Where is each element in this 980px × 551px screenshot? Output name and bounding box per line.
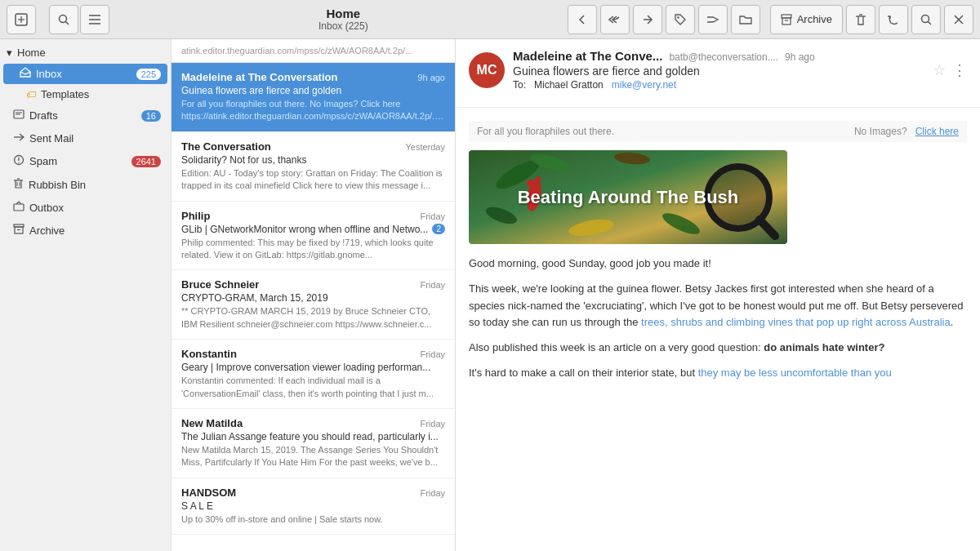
body-bold-1: do animals hate winter? — [764, 341, 884, 353]
archive-label: Archive — [797, 13, 832, 25]
templates-label: Templates — [41, 88, 89, 100]
email-time-3: Friday — [420, 280, 445, 290]
move-button[interactable] — [731, 5, 760, 34]
email-detail: MC Madeleine at The Conve... batb@thecon… — [456, 39, 980, 551]
to-label: To: — [513, 79, 526, 91]
detail-top-row: MC Madeleine at The Conve... batb@thecon… — [469, 49, 967, 91]
toolbar-nav — [39, 5, 119, 34]
body-link-2[interactable]: they may be less uncomfortable than you — [698, 367, 892, 379]
svg-rect-9 — [782, 15, 791, 18]
find-in-email-button[interactable] — [911, 5, 941, 34]
search-icon — [57, 13, 70, 26]
email-item-1[interactable]: The Conversation Yesterday Solidarity? N… — [172, 132, 455, 202]
email-sender-4: Konstantin — [181, 348, 237, 360]
detail-meta: Madeleine at The Conve... batb@theconver… — [513, 49, 924, 91]
email-subject-4: Geary | Improve conversation viewer load… — [181, 362, 445, 373]
outbox-label: Outbox — [29, 202, 161, 214]
sender-avatar: MC — [469, 52, 505, 88]
email-sender-6: HANDSOM — [181, 487, 236, 499]
compose-icon — [14, 12, 29, 27]
search-button[interactable] — [49, 5, 78, 34]
sidebar: ▾ Home Inbox 225 🏷 Templates — [0, 39, 172, 551]
toolbar-left — [7, 5, 36, 34]
svg-point-13 — [922, 15, 929, 22]
sidebar-item-spam[interactable]: Spam 2641 — [3, 150, 167, 172]
body-link-1[interactable]: trees, shrubs and climbing vines that po… — [641, 316, 951, 328]
archive-button[interactable]: Archive — [770, 5, 843, 34]
folder-icon — [739, 14, 752, 25]
forward-icon — [641, 14, 654, 25]
no-images-label: No Images? Click here — [854, 126, 959, 137]
delete-button[interactable] — [846, 5, 875, 34]
email-item-3[interactable]: Bruce Schneier Friday CRYPTO-GRAM, March… — [172, 270, 455, 340]
email-banner-image: Beating Around The Bush — [469, 150, 787, 244]
sidebar-item-archive[interactable]: Archive — [3, 220, 167, 241]
close-button[interactable] — [944, 5, 973, 34]
email-preview-3: ** CRYPTO-GRAM MARCH 15, 2019 by Bruce S… — [181, 305, 445, 331]
no-images-text: For all you floraphiles out there. — [477, 126, 614, 137]
back-button[interactable] — [568, 5, 597, 34]
email-preview-2: Philip commented: This may be fixed by !… — [181, 237, 445, 262]
svg-point-8 — [677, 16, 679, 18]
label-button[interactable] — [698, 5, 728, 34]
compose-button[interactable] — [7, 5, 36, 34]
tag-button[interactable] — [666, 5, 695, 34]
body-para-4: It's hard to make a call on their interi… — [469, 365, 967, 382]
sidebar-item-inbox[interactable]: Inbox 225 — [3, 64, 167, 84]
sidebar-item-outbox[interactable]: Outbox — [3, 197, 167, 219]
menu-button[interactable] — [80, 5, 109, 34]
undo-icon — [887, 14, 900, 25]
svg-rect-10 — [782, 18, 791, 24]
undo-button[interactable] — [879, 5, 908, 34]
no-images-bar: For all you floraphiles out there. No Im… — [469, 121, 967, 142]
sidebar-item-templates[interactable]: 🏷 Templates — [3, 85, 167, 104]
email-item-truncated[interactable]: atink.editor.theguardian.com/mpss/c/zWA/… — [172, 39, 455, 63]
star-button[interactable]: ☆ — [933, 61, 946, 79]
window-title-block: Home Inbox (225) — [318, 7, 368, 32]
reply-all-icon — [608, 14, 621, 25]
delete-icon — [855, 13, 866, 26]
email-subject-5: The Julian Assange feature you should re… — [181, 431, 445, 442]
email-badge-2: 2 — [432, 224, 445, 234]
click-here-link[interactable]: Click here — [915, 126, 959, 137]
svg-line-14 — [929, 21, 932, 24]
body-para-2: This week, we're looking at the guinea f… — [469, 281, 967, 331]
email-sender-5: New Matilda — [181, 417, 243, 429]
window-title: Home — [326, 7, 360, 20]
more-options-button[interactable]: ⋮ — [952, 61, 967, 79]
email-preview-4: Konstantin commented: If each individual… — [181, 375, 445, 400]
sender-row: Madeleine at The Conve... batb@theconver… — [513, 49, 924, 63]
email-item-0[interactable]: Madeleine at The Conversation 9h ago Gui… — [172, 63, 455, 132]
reply-all-button[interactable] — [600, 5, 630, 34]
toolbar-actions-right: Archive — [770, 5, 973, 34]
email-item-4[interactable]: Konstantin Friday Geary | Improve conver… — [172, 340, 455, 409]
email-item-5[interactable]: New Matilda Friday The Julian Assange fe… — [172, 409, 455, 478]
sidebar-item-drafts[interactable]: Drafts 16 — [3, 104, 167, 127]
body-para-1: Good morning, good Sunday, good job you … — [469, 256, 967, 273]
templates-icon: 🏷 — [26, 89, 36, 100]
spam-label: Spam — [29, 155, 131, 167]
email-subject-0: Guinea flowers are fierce and golden — [181, 85, 445, 96]
sidebar-item-sent[interactable]: Sent Mail — [3, 127, 167, 149]
sent-icon — [13, 131, 24, 145]
find-icon — [920, 13, 933, 26]
rubbish-icon — [13, 177, 24, 192]
sent-label: Sent Mail — [29, 132, 161, 144]
email-item-2[interactable]: Philip Friday GLib | GNetworkMonitor wro… — [172, 202, 455, 271]
detail-subject: Guinea flowers are fierce and golden — [513, 64, 924, 78]
email-time-6: Friday — [420, 488, 445, 498]
sidebar-item-rubbish[interactable]: Rubbish Bin — [3, 173, 167, 196]
detail-header: MC Madeleine at The Conve... batb@thecon… — [456, 39, 980, 108]
window-subtitle: Inbox (225) — [318, 20, 368, 32]
archive-sidebar-icon — [13, 224, 24, 237]
email-sender-0: Madeleine at The Conversation — [181, 71, 337, 83]
forward-button[interactable] — [633, 5, 662, 34]
email-item-6[interactable]: HANDSOM Friday S A L E Up to 30% off in-… — [172, 478, 455, 535]
email-time-4: Friday — [420, 349, 445, 359]
body-para-3: Also published this week is an article o… — [469, 340, 967, 357]
email-preview-1: Edition: AU - Today's top story: Grattan… — [181, 167, 445, 193]
sidebar-item-home[interactable]: ▾ Home — [0, 42, 171, 63]
email-sender-3: Bruce Schneier — [181, 278, 259, 291]
detail-actions: ☆ ⋮ — [933, 61, 967, 79]
home-label: Home — [17, 47, 164, 59]
